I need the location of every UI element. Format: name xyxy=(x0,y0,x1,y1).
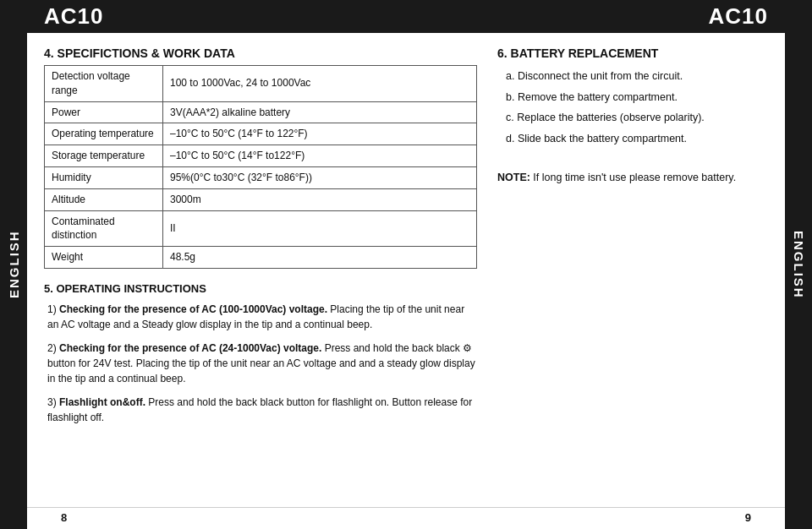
instruction-item: 3) Flashlight on&off. Press and hold the… xyxy=(44,395,477,425)
page-body: 4. SPECIFICTIONS & WORK DATA Detection v… xyxy=(27,33,785,507)
instruction-number: 3) xyxy=(47,396,59,408)
table-row: Power3V(AAA*2) alkaline battery xyxy=(45,101,477,123)
instruction-number: 1) xyxy=(47,303,59,315)
page-number-left: 8 xyxy=(61,511,67,524)
battery-title: 6. BATTERY REPLACEMENT xyxy=(497,46,768,60)
spec-value: 95%(0°C to30°C (32°F to86°F)) xyxy=(163,166,477,188)
battery-step: c. Replace the batteries (observe polari… xyxy=(506,108,768,128)
spec-label: Humidity xyxy=(45,166,163,188)
note-section: NOTE: If long time isn't use please remo… xyxy=(497,170,768,186)
instruction-bold: Checking for the presence of AC (24-1000… xyxy=(59,342,321,354)
spec-value: 3000m xyxy=(163,188,477,210)
specs-table: Detection voltage range100 to 1000Vac, 2… xyxy=(44,65,477,269)
spec-label: Detection voltage range xyxy=(45,66,163,102)
battery-steps: a. Disconnect the unit from the circuit.… xyxy=(506,67,768,148)
instruction-bold: Flashlight on&off. xyxy=(59,396,145,408)
battery-step: d. Slide back the battery compartment. xyxy=(506,129,768,149)
page-number-right: 9 xyxy=(745,511,751,524)
spec-value: –10°C to 50°C (14°F to 122°F) xyxy=(163,123,477,145)
operating-instructions: 5. OPERATING INSTRUCTIONS 1) Checking fo… xyxy=(44,281,477,434)
spec-value: –10°C to 50°C (14°F to122°F) xyxy=(163,145,477,167)
right-column: 6. BATTERY REPLACEMENT a. Disconnect the… xyxy=(497,46,768,499)
spec-value: 3V(AAA*2) alkaline battery xyxy=(163,101,477,123)
instruction-number: 2) xyxy=(47,342,59,354)
left-language-label: ENGLISH xyxy=(0,0,27,529)
footer: 8 9 xyxy=(27,507,785,529)
instruction-item: 1) Checking for the presence of AC (100-… xyxy=(44,302,477,332)
spec-value: II xyxy=(163,210,477,247)
left-column: 4. SPECIFICTIONS & WORK DATA Detection v… xyxy=(44,46,477,499)
specs-title: 4. SPECIFICTIONS & WORK DATA xyxy=(44,46,477,60)
instruction-item: 2) Checking for the presence of AC (24-1… xyxy=(44,341,477,386)
spec-value: 100 to 1000Vac, 24 to 1000Vac xyxy=(163,66,477,102)
table-row: Contaminated distinctionII xyxy=(45,210,477,247)
note-bold: NOTE: xyxy=(497,172,530,183)
spec-label: Storage temperature xyxy=(45,145,163,167)
header-title-right: AC10 xyxy=(709,3,768,30)
spec-label: Weight xyxy=(45,247,163,269)
specs-section: 4. SPECIFICTIONS & WORK DATA Detection v… xyxy=(44,46,477,269)
spec-label: Operating temperature xyxy=(45,123,163,145)
table-row: Altitude3000m xyxy=(45,188,477,210)
table-row: Humidity95%(0°C to30°C (32°F to86°F)) xyxy=(45,166,477,188)
table-row: Operating temperature–10°C to 50°C (14°F… xyxy=(45,123,477,145)
battery-step: b. Remove the battery compartment. xyxy=(506,88,768,107)
battery-section: 6. BATTERY REPLACEMENT a. Disconnect the… xyxy=(497,46,768,150)
table-row: Storage temperature–10°C to 50°C (14°F t… xyxy=(45,145,477,167)
spec-value: 48.5g xyxy=(163,247,477,269)
instructions-title: 5. OPERATING INSTRUCTIONS xyxy=(44,281,477,297)
battery-step: a. Disconnect the unit from the circuit. xyxy=(506,67,768,86)
spec-label: Contaminated distinction xyxy=(45,210,163,247)
table-row: Detection voltage range100 to 1000Vac, 2… xyxy=(45,66,477,102)
spec-label: Power xyxy=(45,101,163,123)
note-text: If long time isn't use please remove bat… xyxy=(530,172,736,183)
right-language-label: ENGLISH xyxy=(785,0,812,529)
header-title-left: AC10 xyxy=(44,3,103,30)
table-row: Weight48.5g xyxy=(45,247,477,269)
spec-label: Altitude xyxy=(45,188,163,210)
header-bar: AC10 AC10 xyxy=(27,0,785,33)
instruction-bold: Checking for the presence of AC (100-100… xyxy=(59,303,327,315)
